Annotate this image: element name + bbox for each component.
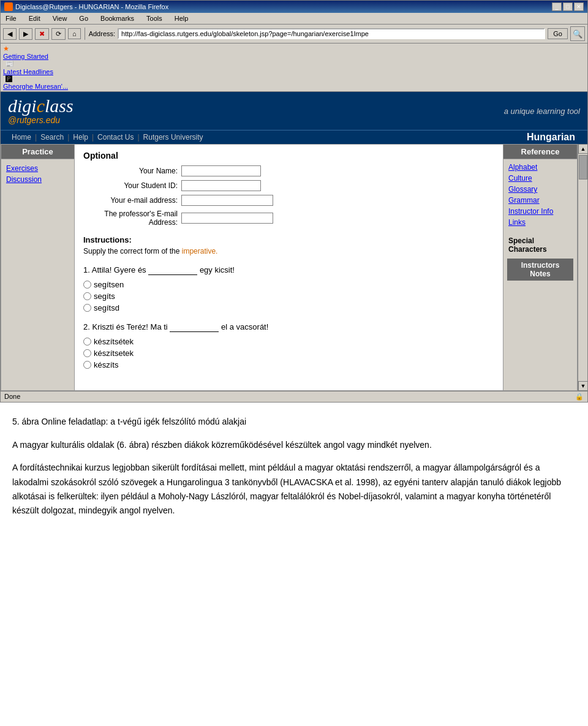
bookmarks-label: ★ Getting Started 📰 Latest Headlines 🅿 G… [3, 45, 68, 90]
name-input[interactable] [181, 165, 261, 176]
window-title: Digiclass@Rutgers - HUNGARIAN - Mozilla … [15, 3, 168, 10]
logo-rutgers-text: rutgers.edu [17, 115, 60, 125]
menu-edit[interactable]: Edit [26, 14, 43, 23]
logo-rutgers-line: @rutgers.edu [8, 115, 74, 125]
question-1-radio-2[interactable] [83, 292, 91, 300]
logo-digi: digi [8, 96, 37, 116]
nav-rutgers[interactable]: Rutgers University [140, 132, 207, 143]
site-body-wrapper: Practice Exercises Discussion Optional Y… [1, 144, 587, 391]
maximize-button[interactable]: □ [563, 2, 573, 11]
studentid-label: Your Student ID: [83, 181, 181, 190]
question-1-option-3-text: segítsd [94, 303, 119, 312]
instructors-notes-button[interactable]: InstructorsNotes [507, 259, 573, 281]
instructions-text: Supply the correct form of the imperativ… [83, 247, 494, 255]
window-controls[interactable]: _ □ ✕ [552, 2, 584, 11]
question-1-option-2-text: segíts [94, 292, 115, 301]
bookmark-latest-headlines[interactable]: Latest Headlines [3, 68, 68, 75]
menu-file[interactable]: File [3, 14, 19, 23]
scroll-up-button[interactable]: ▲ [578, 144, 588, 154]
menu-view[interactable]: View [50, 14, 70, 23]
question-2-radio-2[interactable] [83, 349, 91, 357]
address-input[interactable] [118, 28, 545, 39]
studentid-input[interactable] [181, 180, 261, 191]
question-2-option-2-text: készítsetek [94, 349, 134, 358]
site-body-content: Practice Exercises Discussion Optional Y… [1, 144, 578, 391]
language-indicator: Hungarian [527, 132, 580, 143]
ref-culture[interactable]: Culture [503, 173, 577, 184]
question-1-option-1-text: segítsen [94, 280, 124, 289]
question-2-option-1: készítsétek [83, 337, 494, 346]
ref-alphabet[interactable]: Alphabet [503, 162, 577, 173]
bookmark-getting-started[interactable]: Getting Started [3, 53, 68, 60]
question-1-before: Attila! Gyere és [92, 265, 146, 274]
nav-contact-us[interactable]: Contact Us [94, 132, 137, 143]
nav-home[interactable]: Home [8, 132, 35, 143]
question-2-number: 2. [83, 322, 90, 331]
question-1-radio-1[interactable] [83, 281, 91, 289]
scroll-track [578, 154, 587, 381]
status-security-icon: 🔒 [575, 393, 584, 401]
email-label: Your e-mail address: [83, 196, 181, 205]
browser-content: digiclass @rutgers.edu a unique learning… [1, 92, 587, 402]
question-1: 1. Attila! Gyere és egy kicsit! segítsen [83, 265, 494, 312]
email-input[interactable] [181, 195, 273, 206]
address-bar: Address: [89, 28, 546, 39]
ref-glossary[interactable]: Glossary [503, 184, 577, 195]
status-right: 🔒 [575, 393, 584, 401]
menu-bar: File Edit View Go Bookmarks Tools Help [1, 13, 587, 25]
question-2-blank [170, 322, 219, 332]
bookmark-gheorge[interactable]: Gheorghe Muresan'... [3, 83, 68, 90]
forward-button[interactable]: ▶ [19, 28, 32, 40]
paragraph-1: A magyar kulturális oldalak (6. ábra) ré… [12, 438, 576, 452]
menu-bookmarks[interactable]: Bookmarks [98, 14, 137, 23]
question-2-radio-3[interactable] [83, 361, 91, 369]
home-button[interactable]: ⌂ [68, 28, 81, 39]
go-button[interactable]: Go [548, 28, 568, 39]
ref-links[interactable]: Links [503, 217, 577, 228]
question-1-radio-3[interactable] [83, 304, 91, 312]
logo-text: digiclass [8, 97, 74, 115]
question-2-radio-1[interactable] [83, 338, 91, 346]
figure-caption: 5. ábra Online feladatlap: a t-végű igék… [12, 415, 576, 428]
bookmark-rss-icon: 📰 [6, 60, 14, 67]
logo-lass: lass [45, 96, 74, 116]
question-1-option-3: segítsd [83, 303, 494, 312]
minimize-button[interactable]: _ [552, 2, 562, 11]
paragraph-2: A fordítástechnikai kurzus legjobban sik… [12, 461, 576, 517]
scroll-thumb[interactable] [579, 155, 587, 180]
nav-search[interactable]: Search [37, 132, 67, 143]
toolbar-separator [85, 28, 85, 40]
name-label: Your Name: [83, 167, 181, 175]
ref-instructor-info[interactable]: Instructor Info [503, 206, 577, 217]
scroll-down-button[interactable]: ▼ [578, 381, 588, 391]
stop-button[interactable]: ✖ [35, 28, 49, 40]
firefox-icon [4, 2, 13, 11]
practice-button[interactable]: Practice [1, 145, 74, 159]
sidebar-discussion[interactable]: Discussion [1, 174, 74, 185]
back-button[interactable]: ◀ [3, 28, 17, 40]
instructions-title: Instructions: [83, 235, 494, 244]
sidebar-exercises[interactable]: Exercises [1, 163, 74, 174]
form-title: Optional [83, 151, 494, 161]
menu-help[interactable]: Help [172, 14, 191, 23]
question-2-after: el a vacsorát! [221, 322, 268, 331]
menu-tools[interactable]: Tools [144, 14, 165, 23]
ref-grammar[interactable]: Grammar [503, 195, 577, 206]
question-2-text: 2. Kriszti és Teréz! Ma ti el a vacsorát… [83, 322, 494, 332]
refresh-button[interactable]: ⟳ [51, 28, 66, 40]
vertical-scrollbar[interactable]: ▲ ▼ [578, 144, 587, 391]
nav-help[interactable]: Help [69, 132, 92, 143]
prof-email-input[interactable] [181, 213, 273, 224]
reference-button[interactable]: Reference [503, 145, 577, 159]
bookmark-star-icon: ★ [3, 45, 9, 52]
close-button[interactable]: ✕ [574, 2, 584, 11]
site-header: digiclass @rutgers.edu a unique learning… [1, 92, 587, 130]
question-1-number: 1. [83, 265, 90, 274]
question-2-option-3-text: készíts [94, 360, 118, 369]
special-chars-label: SpecialCharacters [503, 234, 577, 256]
email-row: Your e-mail address: [83, 195, 494, 206]
question-1-blank [148, 265, 197, 275]
menu-go[interactable]: Go [77, 14, 91, 23]
main-content: Optional Your Name: Your Student ID: [75, 145, 503, 390]
logo-at-sign: c [37, 96, 45, 116]
